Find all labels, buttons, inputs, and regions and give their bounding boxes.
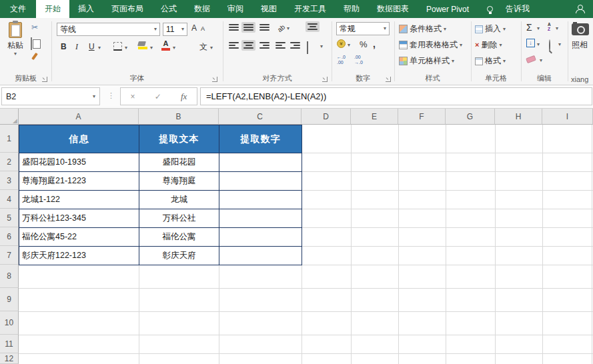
cell-c4[interactable] <box>219 191 302 209</box>
increase-indent-icon[interactable] <box>288 40 302 51</box>
orientation-dropdown-icon[interactable]: ▾ <box>287 26 289 31</box>
copy-icon[interactable] <box>31 37 32 50</box>
underline-button[interactable]: U <box>89 42 95 51</box>
number-dialog-launcher-icon[interactable] <box>386 77 391 82</box>
formula-input[interactable]: =LEFT(A2,LENB(A2)-LEN(A2)) <box>200 87 592 105</box>
fill-color-button[interactable] <box>138 41 147 49</box>
cell-a6[interactable]: 福伦公寓45-22 <box>19 228 139 247</box>
column-header-h[interactable]: H <box>495 109 542 125</box>
column-header-f[interactable]: F <box>398 109 446 125</box>
format-painter-icon[interactable] <box>31 53 38 60</box>
alignment-dialog-launcher-icon[interactable] <box>322 77 328 82</box>
row-header-5[interactable]: 5 <box>0 209 19 227</box>
paste-button[interactable]: 粘贴 ▾ <box>5 22 25 57</box>
paste-dropdown-icon[interactable]: ▾ <box>5 51 25 57</box>
cell-c7[interactable] <box>219 247 302 265</box>
row-header-1[interactable]: 1 <box>0 125 19 153</box>
align-right-icon[interactable] <box>257 40 271 51</box>
number-format-select[interactable]: 常规 ▾ <box>336 22 390 35</box>
row-header-3[interactable]: 3 <box>0 171 19 190</box>
clear-eraser-icon[interactable] <box>526 55 536 63</box>
decrease-indent-icon[interactable] <box>273 40 287 51</box>
fill-dropdown-icon[interactable]: ▾ <box>537 42 540 47</box>
insert-function-icon[interactable]: fx <box>181 91 187 102</box>
tab-formulas[interactable]: 公式 <box>152 0 185 18</box>
format-as-table-button[interactable]: 套用表格格式 ▾ <box>399 39 462 51</box>
font-color-dropdown-icon[interactable]: ▾ <box>173 45 175 51</box>
tab-file[interactable]: 文件 <box>0 0 36 18</box>
phonetic-dropdown-icon[interactable]: ▾ <box>210 45 213 51</box>
cell-a3[interactable]: 尊海翔庭21-1223 <box>19 172 139 191</box>
cell-a5[interactable]: 万科公社123-345 <box>19 209 139 228</box>
row-header-6[interactable]: 6 <box>0 227 19 246</box>
cell-a4[interactable]: 龙城1-122 <box>19 191 139 209</box>
insert-cells-button[interactable]: 插入 ▾ <box>475 23 506 35</box>
delete-cells-button[interactable]: × 删除 ▾ <box>475 39 502 51</box>
grow-font-icon[interactable]: A <box>191 23 197 33</box>
font-dialog-launcher-icon[interactable] <box>212 77 217 82</box>
cell-c5[interactable] <box>219 209 302 228</box>
fill-down-icon[interactable]: ↓ <box>526 39 535 47</box>
name-box[interactable]: B2 ▾ <box>1 87 100 105</box>
row-header-10[interactable]: 10 <box>0 311 19 335</box>
column-header-b[interactable]: B <box>139 109 219 125</box>
merge-center-icon[interactable] <box>307 41 308 54</box>
borders-dropdown-icon[interactable]: ▾ <box>125 45 127 51</box>
merge-dropdown-icon[interactable]: ▾ <box>320 44 323 49</box>
find-select-icon[interactable] <box>549 39 550 52</box>
decrease-decimal-icon[interactable]: .00 →.0 <box>354 55 363 66</box>
align-top-icon[interactable] <box>227 22 241 33</box>
tab-data[interactable]: 数据 <box>185 0 219 18</box>
row-header-12[interactable]: 12 <box>0 353 19 364</box>
cell-a1[interactable]: 信息 <box>19 125 139 153</box>
tab-view[interactable]: 视图 <box>252 0 285 18</box>
cell-b1[interactable]: 提取文本 <box>139 125 219 153</box>
column-header-a[interactable]: A <box>19 109 139 125</box>
tab-developer[interactable]: 开发工具 <box>285 0 335 18</box>
cell-b3[interactable]: 尊海翔庭 <box>139 172 219 191</box>
cell-a7[interactable]: 彰庆天府122-123 <box>19 247 139 265</box>
clipboard-dialog-launcher-icon[interactable] <box>42 77 47 82</box>
tab-home[interactable]: 开始 <box>36 0 69 18</box>
cell-b2[interactable]: 盛阳花园 <box>139 153 219 172</box>
align-center-icon[interactable] <box>241 40 255 51</box>
sort-filter-dropdown-icon[interactable]: ▾ <box>556 26 558 31</box>
row-header-11[interactable]: 11 <box>0 335 19 353</box>
cell-c6[interactable] <box>219 228 302 247</box>
shrink-font-icon[interactable]: A <box>201 25 205 32</box>
accounting-format-icon[interactable]: ¥ <box>337 39 346 48</box>
borders-icon[interactable] <box>113 42 122 51</box>
wrap-text-icon[interactable] <box>306 21 320 32</box>
accounting-dropdown-icon[interactable]: ▾ <box>348 43 350 48</box>
percent-style-icon[interactable]: % <box>360 39 368 49</box>
tab-data-charts[interactable]: 数据图表 <box>368 0 418 18</box>
row-header-9[interactable]: 9 <box>0 288 19 311</box>
camera-button[interactable]: 照相 <box>572 23 589 51</box>
column-header-i[interactable]: I <box>542 109 593 125</box>
tab-tell-me[interactable]: 告诉我 <box>497 0 538 18</box>
cell-a2[interactable]: 盛阳花园10-1935 <box>19 153 139 172</box>
tab-review[interactable]: 审阅 <box>219 0 252 18</box>
cell-c1[interactable]: 提取数字 <box>219 125 302 153</box>
row-header-2[interactable]: 2 <box>0 153 19 171</box>
tab-power-pivot[interactable]: Power Pivot <box>418 0 478 18</box>
comma-style-icon[interactable]: , <box>373 39 376 49</box>
cut-icon[interactable]: ✂ <box>31 23 38 31</box>
autosum-dropdown-icon[interactable]: ▾ <box>537 26 540 31</box>
underline-dropdown-icon[interactable]: ▾ <box>98 45 101 51</box>
conditional-formatting-button[interactable]: 条件格式 ▾ <box>399 23 446 35</box>
cell-c3[interactable] <box>219 172 302 191</box>
cell-b4[interactable]: 龙城 <box>139 191 219 209</box>
column-header-c[interactable]: C <box>219 109 302 125</box>
align-middle-icon[interactable] <box>241 22 255 33</box>
align-left-icon[interactable] <box>227 40 241 51</box>
select-all-corner[interactable]: ◢ <box>0 109 19 125</box>
tab-insert[interactable]: 插入 <box>69 0 103 18</box>
column-header-e[interactable]: E <box>351 109 398 125</box>
orientation-icon[interactable]: ab <box>276 23 287 34</box>
find-dropdown-icon[interactable]: ▾ <box>558 42 561 47</box>
tab-help[interactable]: 帮助 <box>335 0 368 18</box>
format-cells-button[interactable]: 格式 ▾ <box>475 55 506 67</box>
row-header-8[interactable]: 8 <box>0 265 19 288</box>
cell-b5[interactable]: 万科公社 <box>139 209 219 228</box>
